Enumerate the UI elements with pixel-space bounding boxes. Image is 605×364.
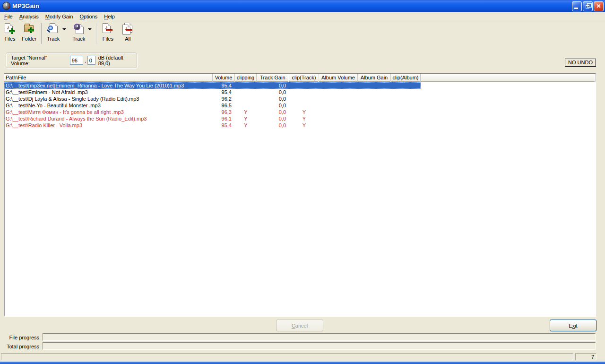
cell-track-gain: 0,0 — [257, 95, 289, 102]
table-row[interactable]: G:\__test\Митя Фомин - It's gonna be all… — [4, 109, 421, 115]
cell-album-volume — [319, 122, 358, 129]
restore-icon — [586, 5, 589, 9]
cell-volume: 95,4 — [213, 82, 235, 89]
target-volume-whole-input[interactable] — [70, 56, 83, 65]
column-header-album-gain[interactable]: Album Gain — [358, 74, 391, 82]
table-header: Path\FileVolumeclippingTrack Gainclip(Tr… — [4, 74, 596, 82]
cell-clip-track — [289, 102, 319, 109]
cell-clipping — [235, 95, 257, 102]
cell-clip-track — [289, 89, 319, 95]
cell-track-gain: 0,0 — [257, 102, 289, 109]
cell-clipping: Y — [235, 115, 257, 122]
cell-path: G:\__test\[mp3ex.net]Eminem_Rihanna - Lo… — [4, 82, 213, 89]
add-folder-icon — [23, 23, 35, 35]
cancel-button[interactable]: Cancel — [276, 320, 323, 331]
exit-button[interactable]: Exit — [550, 320, 596, 331]
cell-album-volume — [319, 82, 358, 89]
file-list[interactable]: Path\FileVolumeclippingTrack Gainclip(Tr… — [4, 73, 596, 317]
cell-track-gain: 0,0 — [257, 109, 289, 115]
decimal-comma: , — [85, 58, 86, 63]
status-message-panel — [1, 353, 573, 360]
cell-volume: 96,1 — [213, 115, 235, 122]
table-row[interactable]: G:\__test\Richard Durand - Always the Su… — [4, 115, 421, 122]
cell-clip-album — [391, 115, 421, 122]
cell-album-volume — [319, 89, 358, 95]
column-header-track-gain[interactable]: Track Gain — [257, 74, 289, 82]
cell-volume: 96,3 — [213, 109, 235, 115]
cell-clip-track: Y — [289, 122, 319, 129]
add-files-icon: ♪ — [4, 23, 16, 35]
cell-path: G:\__test\Radio Killer - Voila.mp3 — [4, 122, 213, 129]
menu-options[interactable]: Options — [76, 13, 101, 20]
cell-track-gain: 0,0 — [257, 115, 289, 122]
track-analysis-button[interactable]: Track — [45, 22, 61, 42]
cell-album-volume — [319, 95, 358, 102]
table-row[interactable]: G:\__test\[mp3ex.net]Eminem_Rihanna - Lo… — [4, 82, 421, 89]
toolbar-label: All — [125, 36, 130, 42]
cell-album-gain — [358, 95, 391, 102]
menu-file[interactable]: File — [1, 13, 16, 20]
toolbar-label: Folder — [22, 36, 36, 42]
column-header-volume[interactable]: Volume — [213, 74, 235, 82]
column-header-clip-track-[interactable]: clip(Track) — [289, 74, 319, 82]
clear-all-button[interactable]: ♪ All — [120, 22, 136, 42]
minimize-icon — [574, 8, 578, 9]
table-row[interactable]: G:\__test\Ne-Yo - Beautiful Monster .mp3… — [4, 102, 421, 109]
close-icon: ✕ — [594, 3, 603, 9]
toolbar-label: Files — [4, 36, 15, 42]
cell-clip-album — [391, 82, 421, 89]
column-header-clip-album-[interactable]: clip(Album) — [391, 74, 421, 82]
clear-all-icon: ♪ — [121, 23, 134, 35]
table-row[interactable]: G:\__test\Eminem - Not Afraid .mp3 95,4 … — [4, 89, 421, 95]
cell-clip-album — [391, 102, 421, 109]
track-gain-dropdown-icon[interactable] — [88, 28, 92, 30]
track-gain-button[interactable]: Track — [70, 22, 87, 42]
menu-analysis[interactable]: Analysis — [16, 13, 42, 20]
cell-clip-track: Y — [289, 109, 319, 115]
column-header-path-file[interactable]: Path\File — [4, 74, 213, 82]
cell-clip-album — [391, 109, 421, 115]
clear-files-button[interactable]: ♪ Files — [100, 22, 116, 42]
cell-album-gain — [358, 82, 391, 89]
title-bar: MP3Gain ✕ — [0, 0, 605, 12]
menu-help[interactable]: Help — [101, 13, 118, 20]
total-progress-bar — [43, 342, 596, 350]
cell-album-gain — [358, 115, 391, 122]
add-folder-button[interactable]: Folder — [20, 22, 38, 42]
target-volume-group: Target "Normal" Volume: , dB (default 89… — [6, 52, 137, 68]
add-files-button[interactable]: ♪ Files — [2, 22, 18, 42]
target-volume-fraction-input[interactable] — [87, 56, 95, 65]
cell-album-gain — [358, 102, 391, 109]
cell-track-gain: 0,0 — [257, 122, 289, 129]
menu-bar: File Analysis Modify Gain Options Help — [0, 12, 605, 21]
window-title: MP3Gain — [12, 2, 39, 9]
file-progress-bar — [43, 333, 596, 341]
minimize-button[interactable] — [572, 1, 582, 11]
cell-album-volume — [319, 102, 358, 109]
clear-files-icon: ♪ — [102, 23, 114, 35]
cell-volume: 96,5 — [213, 102, 235, 109]
status-bar: 7 — [0, 352, 605, 361]
menu-modify-gain[interactable]: Modify Gain — [42, 13, 77, 20]
cell-track-gain: 0,0 — [257, 89, 289, 95]
restore-button[interactable] — [583, 1, 593, 11]
no-undo-badge: NO UNDO — [565, 59, 596, 67]
cell-clip-track — [289, 95, 319, 102]
cell-album-volume — [319, 109, 358, 115]
table-row[interactable]: G:\__test\Radio Killer - Voila.mp3 95,4 … — [4, 122, 421, 129]
cell-clipping — [235, 82, 257, 89]
cell-album-volume — [319, 115, 358, 122]
table-row[interactable]: G:\__test\Dj Layla & Alissa - Single Lad… — [4, 95, 421, 102]
cell-path: G:\__test\Митя Фомин - It's gonna be all… — [4, 109, 213, 115]
close-button[interactable]: ✕ — [594, 1, 604, 11]
cell-path: G:\__test\Richard Durand - Always the Su… — [4, 115, 213, 122]
cell-clipping: Y — [235, 109, 257, 115]
toolbar-label: Files — [103, 36, 113, 42]
cell-track-gain: 0,0 — [257, 82, 289, 89]
app-icon — [2, 2, 10, 10]
track-analysis-icon — [47, 23, 60, 35]
track-analysis-dropdown-icon[interactable] — [62, 28, 66, 30]
column-header-clipping[interactable]: clipping — [235, 74, 257, 82]
cell-volume: 96,2 — [213, 95, 235, 102]
column-header-album-volume[interactable]: Album Volume — [319, 74, 358, 82]
